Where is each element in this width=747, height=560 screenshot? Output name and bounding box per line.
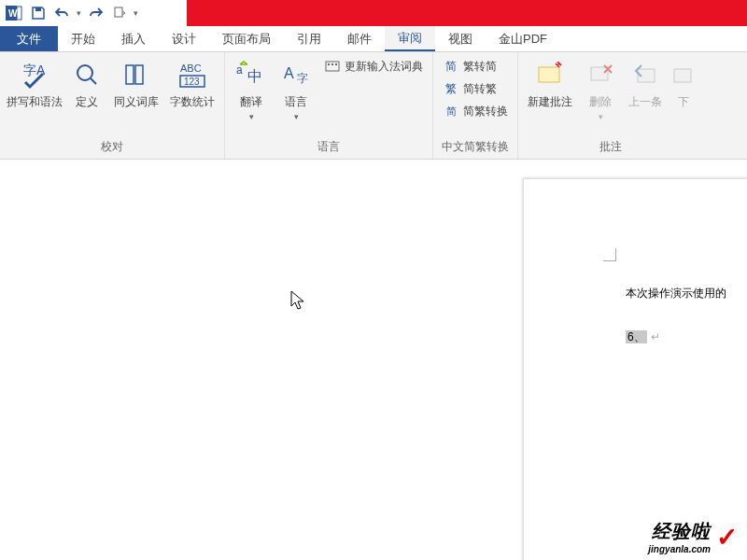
redo-icon[interactable] [85, 3, 106, 23]
dropdown-icon: ▾ [599, 112, 603, 121]
group-proofing: 字A 拼写和语法 定义 同义词库 ABC123 字数统计 [0, 52, 225, 159]
update-ime-button[interactable]: 更新输入法词典 [320, 56, 427, 77]
group-proofing-label: 校对 [6, 137, 218, 157]
tab-references[interactable]: 引用 [284, 26, 334, 51]
tab-file[interactable]: 文件 [0, 26, 58, 51]
svg-rect-20 [539, 67, 559, 82]
svg-rect-8 [135, 65, 143, 84]
tab-mailings[interactable]: 邮件 [334, 26, 385, 51]
simp-to-trad-button[interactable]: 简 繁转简 [439, 56, 512, 77]
trad-to-simp-button[interactable]: 繁 简转繁 [439, 78, 512, 99]
next-comment-icon [670, 58, 697, 91]
ribbon: 字A 拼写和语法 定义 同义词库 ABC123 字数统计 [0, 52, 747, 160]
paragraph-mark-icon: ↵ [651, 330, 660, 343]
ribbon-tabs: 文件 开始 插入 设计 页面布局 引用 邮件 审阅 视图 金山PDF [0, 26, 747, 52]
simp-icon: 简 [443, 59, 459, 75]
watermark: 经验啦 jingyanla.com ✓ [648, 519, 738, 554]
language-label: 语言 [285, 95, 307, 108]
translate-label: 翻译 [240, 95, 262, 108]
wordcount-icon: ABC123 [176, 58, 208, 91]
svg-rect-16 [326, 62, 339, 71]
group-chinese-label: 中文简繁转换 [439, 137, 512, 157]
prev-comment-label: 上一条 [628, 95, 662, 108]
watermark-text: 经验啦 jingyanla.com [648, 519, 711, 554]
dropdown-icon: ▾ [294, 112, 299, 121]
spelling-icon: 字A [20, 58, 49, 91]
delete-comment-button: 删除 ▾ [580, 56, 621, 121]
undo-icon[interactable] [52, 3, 73, 23]
tab-insert[interactable]: 插入 [108, 26, 159, 51]
tab-review[interactable]: 审阅 [385, 26, 435, 51]
svg-rect-7 [126, 65, 134, 84]
delete-comment-icon [587, 58, 613, 91]
group-language-label: 语言 [231, 137, 427, 157]
language-icon: A字 [282, 58, 310, 91]
watermark-line1: 经验啦 [652, 519, 711, 544]
translate-button[interactable]: a中 翻译 ▾ [231, 56, 272, 121]
define-label: 定义 [76, 95, 98, 108]
svg-rect-4 [115, 7, 122, 17]
document-text-line2[interactable]: 6、↵ [626, 329, 660, 345]
document-text-line1[interactable]: 本次操作演示使用的 [626, 286, 726, 301]
thesaurus-button[interactable]: 同义词库 [110, 56, 162, 108]
svg-rect-1 [17, 7, 21, 20]
document-area[interactable]: 本次操作演示使用的 6、↵ [0, 160, 747, 560]
tab-design[interactable]: 设计 [159, 26, 209, 51]
mouse-cursor-icon [289, 289, 306, 314]
touch-mode-icon[interactable] [109, 3, 130, 23]
convert-button[interactable]: 简 简繁转换 [439, 101, 512, 121]
spelling-label: 拼写和语法 [7, 95, 63, 108]
title-bar-red [187, 0, 747, 26]
svg-text:123: 123 [184, 77, 200, 87]
next-comment-label: 下 [678, 95, 689, 108]
wordcount-label: 字数统计 [170, 95, 215, 108]
new-comment-button[interactable]: 新建批注 [524, 56, 576, 108]
new-comment-icon [535, 58, 565, 91]
new-comment-label: 新建批注 [528, 95, 572, 108]
tab-home[interactable]: 开始 [58, 26, 108, 51]
svg-text:W: W [8, 8, 18, 19]
define-icon [74, 58, 100, 91]
thesaurus-icon [122, 58, 150, 91]
svg-rect-17 [328, 63, 330, 65]
svg-rect-18 [331, 63, 333, 65]
tab-view[interactable]: 视图 [435, 26, 486, 51]
next-comment-button: 下 [669, 56, 698, 108]
svg-text:中: 中 [247, 68, 262, 84]
convert-label: 简繁转换 [463, 104, 508, 119]
group-comments: 新建批注 删除 ▾ 上一条 下 批注 [518, 52, 703, 159]
word-app-icon[interactable]: W [4, 3, 24, 23]
qat-customize-icon[interactable]: ▾ [134, 8, 138, 18]
margin-corner-mark [603, 248, 616, 261]
document-page[interactable] [523, 178, 747, 560]
watermark-line2: jingyanla.com [648, 544, 711, 554]
language-button[interactable]: A字 语言 ▾ [275, 56, 317, 121]
group-chinese: 简 繁转简 繁 简转繁 简 简繁转换 中文简繁转换 [433, 52, 518, 159]
keyboard-icon [324, 61, 341, 72]
svg-point-6 [78, 65, 92, 80]
update-ime-label: 更新输入法词典 [345, 59, 423, 75]
convert-icon: 简 [443, 105, 459, 119]
group-language: a中 翻译 ▾ A字 语言 ▾ 更新输入法词典 [225, 52, 433, 159]
svg-rect-3 [35, 7, 41, 11]
checkmark-icon: ✓ [716, 522, 738, 553]
highlighted-text: 6、 [626, 330, 647, 343]
undo-dropdown-icon[interactable]: ▾ [77, 8, 81, 18]
translate-icon: a中 [236, 58, 266, 91]
group-comments-label: 批注 [524, 137, 698, 157]
define-button[interactable]: 定义 [67, 56, 106, 108]
wordcount-button[interactable]: ABC123 字数统计 [166, 56, 218, 108]
dropdown-icon: ▾ [249, 112, 254, 121]
prev-comment-button: 上一条 [625, 56, 666, 108]
s2t-label: 繁转简 [463, 59, 497, 75]
tab-wps-pdf[interactable]: 金山PDF [486, 26, 560, 51]
svg-text:ABC: ABC [180, 63, 202, 74]
svg-rect-23 [674, 69, 691, 82]
tab-layout[interactable]: 页面布局 [209, 26, 284, 51]
spelling-button[interactable]: 字A 拼写和语法 [6, 56, 63, 108]
t2s-label: 简转繁 [463, 81, 497, 97]
svg-rect-21 [591, 67, 608, 80]
svg-rect-19 [335, 63, 337, 65]
trad-icon: 繁 [443, 81, 459, 97]
save-icon[interactable] [28, 3, 49, 23]
